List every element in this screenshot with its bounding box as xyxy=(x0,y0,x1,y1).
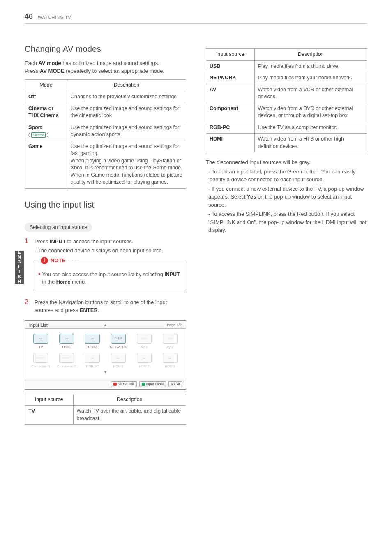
source-name: USB xyxy=(206,60,255,72)
usb-icon: ▭ xyxy=(59,334,74,344)
mode-desc: Use the optimized image and sound settin… xyxy=(67,141,186,188)
source-desc: Watch video from a VCR or other external… xyxy=(254,84,367,103)
dash-item: - If you connect a new external device t… xyxy=(206,185,367,209)
source-name: AV xyxy=(206,84,255,103)
input-item-rgbpc[interactable]: ▭RGB-PC xyxy=(81,353,104,368)
input-item-usb1[interactable]: ▭USB1 xyxy=(55,334,78,349)
col-input-source: Input source xyxy=(206,49,255,61)
mode-name: Off xyxy=(25,91,67,103)
dash-item: - To access the SIMPLINK, press the Red … xyxy=(206,210,367,234)
input-grid: ▭TV ▭USB1 ▭USB2 DLNANETWORK ○○○AV 1 ○○○A… xyxy=(29,334,182,368)
text: You can also access the input source lis… xyxy=(42,272,165,277)
input-item-hdmi3[interactable]: ▭HDMI3 xyxy=(158,353,182,368)
table-row: Off Changes to the previously customized… xyxy=(25,91,186,103)
note-icon: ! xyxy=(41,257,48,264)
text: menu. xyxy=(70,279,86,285)
text: Each xyxy=(25,60,38,66)
table-row: TV Watch TV over the air, cable, and dig… xyxy=(25,406,186,425)
source-desc: Watch video from a HTS or other high def… xyxy=(254,134,367,152)
table-row: Game Use the optimized image and sound s… xyxy=(25,141,186,188)
input-source-table-left: Input source Description TV Watch TV ove… xyxy=(25,394,186,425)
mode-desc: Use the optimized image and sound settin… xyxy=(67,103,186,122)
cinema-icon: Cinema xyxy=(31,132,46,138)
av-icon: ○○○ xyxy=(137,334,152,344)
table-row: USBPlay media files from a thumb drive. xyxy=(206,60,367,72)
mode-name: Sport ( Cinema ) xyxy=(25,122,67,141)
source-desc: Watch TV over the air, cable, and digita… xyxy=(73,406,186,425)
up-arrow-icon: ▲ xyxy=(104,323,107,327)
source-name: HDMI xyxy=(206,134,255,152)
av-icon: ○○○ xyxy=(163,334,178,344)
table-row: Sport ( Cinema ) Use the optimized image… xyxy=(25,122,186,141)
step-number: 1 xyxy=(25,238,30,255)
text: Press xyxy=(25,68,40,74)
text: repeatedly to select an appropriate mode… xyxy=(65,68,165,74)
red-dot-icon xyxy=(113,383,117,386)
text: to access the input sources. xyxy=(66,238,134,245)
source-desc: Play media files from a thumb drive. xyxy=(254,60,367,72)
table-row: Cinema or THX Cinema Use the optimized i… xyxy=(25,103,186,122)
subheading-selecting-input: Selecting an input source xyxy=(25,223,92,232)
col-mode: Mode xyxy=(25,79,67,91)
input-item-tv[interactable]: ▭TV xyxy=(29,334,53,349)
col-description: Description xyxy=(73,394,186,406)
note-box: ! NOTE — • You can also access the input… xyxy=(33,261,186,291)
table-row: RGB-PCUse the TV as a computer monitor. xyxy=(206,122,367,134)
button-ref-home: Home xyxy=(56,279,71,285)
mode-name: Game xyxy=(25,141,67,188)
green-dot-icon xyxy=(142,383,145,386)
page-number: 46 xyxy=(25,12,33,21)
panel-title: Input List xyxy=(29,323,48,328)
table-row: HDMIWatch video from a HTS or other high… xyxy=(206,134,367,152)
heading-input-list: Using the input list xyxy=(25,200,186,210)
input-item-av1[interactable]: ○○○AV 1 xyxy=(132,334,156,349)
input-item-hdmi2[interactable]: ▭HDMI2 xyxy=(132,353,156,368)
text: has optimized image and sound settings. xyxy=(61,60,159,66)
section-title: WATCHING TV xyxy=(38,15,71,20)
button-ref-input: INPUT xyxy=(50,238,66,245)
source-name: Component xyxy=(206,103,255,122)
source-desc: Use the TV as a computer monitor. xyxy=(254,122,367,134)
input-item-component1[interactable]: ○○○○○Component1 xyxy=(29,353,53,368)
hdmi-icon: ▭ xyxy=(137,353,152,363)
rgb-icon: ▭ xyxy=(85,353,100,363)
step-1: 1 Press INPUT to access the input source… xyxy=(25,238,186,255)
source-desc: Watch video from a DVD or other external… xyxy=(254,103,367,122)
button-ref-av-mode: AV MODE xyxy=(40,68,65,74)
language-tab: ENGLISH xyxy=(15,251,24,284)
input-item-hdmi1[interactable]: ▭HDMI1 xyxy=(106,353,130,368)
input-item-usb2[interactable]: ▭USB2 xyxy=(81,334,104,349)
component-icon: ○○○○○ xyxy=(59,353,74,363)
input-label-button[interactable]: Input Label xyxy=(139,381,166,387)
input-list-panel: Input List ▲ Page 1/2 ▭TV ▭USB1 ▭USB2 DL… xyxy=(25,320,186,390)
source-name: TV xyxy=(25,406,74,425)
text: Press xyxy=(35,238,50,245)
dlna-icon: DLNA xyxy=(111,334,126,344)
text: . xyxy=(98,307,99,313)
hdmi-icon: ▭ xyxy=(111,353,126,363)
button-ref-input: INPUT xyxy=(164,272,180,277)
hdmi-icon: ▭ xyxy=(163,353,178,363)
option-yes: Yes xyxy=(247,194,256,200)
av-intro: Each AV mode has optimized image and sou… xyxy=(25,60,186,75)
text: The disconnected input sources will be g… xyxy=(206,158,367,166)
mode-desc: Use the optimized image and sound settin… xyxy=(67,122,186,141)
source-desc: Play media files from your home network. xyxy=(254,72,367,84)
heading-av-modes: Changing AV modes xyxy=(25,44,186,54)
source-name: NETWORK xyxy=(206,72,255,84)
input-item-network[interactable]: DLNANETWORK xyxy=(106,334,130,349)
source-name: RGB-PC xyxy=(206,122,255,134)
simplink-button[interactable]: SIMPLINK xyxy=(111,381,137,387)
panel-page-indicator: Page 1/2 xyxy=(167,323,182,327)
note-title: ! NOTE — xyxy=(38,257,76,264)
tv-icon: ▭ xyxy=(33,334,48,344)
input-item-av2[interactable]: ○○○AV 2 xyxy=(158,334,182,349)
text: Press the Navigation buttons to scroll t… xyxy=(35,299,167,314)
dash-item: - To add an input label, press the Green… xyxy=(206,168,367,184)
bullet-icon: • xyxy=(38,271,41,286)
down-arrow-icon: ▼ xyxy=(29,370,182,374)
component-icon: ○○○○○ xyxy=(33,353,48,363)
input-item-component2[interactable]: ○○○○○Component2 xyxy=(55,353,78,368)
mode-name: Cinema or THX Cinema xyxy=(25,103,67,122)
exit-button[interactable]: ⎘Exit xyxy=(168,381,182,387)
